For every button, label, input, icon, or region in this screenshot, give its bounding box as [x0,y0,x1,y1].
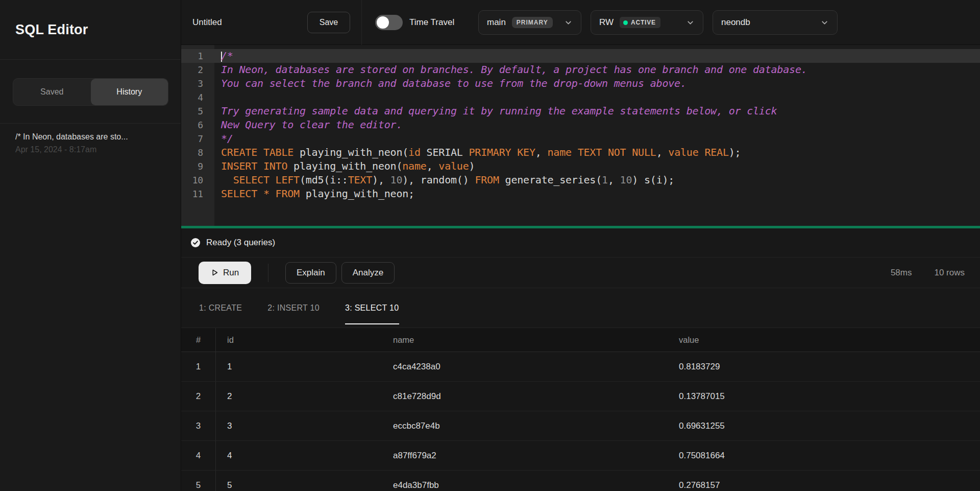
code-line[interactable]: 10 SELECT LEFT(md5(i::TEXT), 10), random… [181,173,980,187]
table-cell: 0.75081664 [668,451,980,461]
branch-primary-badge: PRIMARY [512,17,553,28]
line-number: 10 [181,173,214,187]
code-line[interactable]: 11SELECT * FROM playing_with_neon; [181,187,980,201]
branch-name: main [487,17,506,28]
code-token: value [668,146,698,158]
code-line[interactable]: 3You can select the branch and database … [181,77,980,90]
code-line[interactable]: 7*/ [181,132,980,146]
history-item-timestamp: Apr 15, 2024 - 8:17am [15,145,165,154]
sidebar-header: SQL Editor [0,0,181,60]
query-metrics: 58ms 10 rows [891,268,965,278]
history-item-title: /* In Neon, databases are sto... [15,132,165,142]
code-line[interactable]: 1/* [181,49,980,63]
code-token: REAL [704,146,728,158]
chevron-down-icon [686,18,695,27]
table-cell: 0.8183729 [668,362,980,372]
run-button[interactable]: Run [199,262,251,284]
code-line[interactable]: 9INSERT INTO playing_with_neon(name, val… [181,159,980,173]
table-cell: c4ca4238a0 [382,362,668,372]
code-token: ); [729,146,741,158]
sql-editor-app: SQL Editor SavedHistory /* In Neon, data… [0,0,980,491]
database-name: neondb [721,17,750,28]
topbar: Untitled Save Time Travel main PRIMARY R… [181,0,980,45]
main-panel: Untitled Save Time Travel main PRIMARY R… [181,0,980,491]
code-line[interactable]: 2In Neon, databases are stored on branch… [181,63,980,77]
history-list: /* In Neon, databases are sto...Apr 15, … [0,124,181,154]
code-token [270,188,276,200]
code-token: CREATE TABLE [221,146,293,158]
table-row[interactable]: 55e4da3b7fbb0.2768157 [181,471,980,491]
code-token: TEXT [578,146,602,158]
result-tab-3-select-10[interactable]: 3: SELECT 10 [345,288,399,328]
code-token: FROM [475,174,499,186]
sql-code-editor[interactable]: 1/*2In Neon, databases are stored on bra… [181,45,980,226]
table-cell: e4da3b7fbb [382,480,668,490]
table-cell: 0.69631255 [668,421,980,431]
table-row[interactable]: 22c81e728d9d0.13787015 [181,382,980,411]
code-token: playing_with_neon( [287,160,402,172]
code-line[interactable]: 6New Query to clear the editor. [181,118,980,132]
code-line-text: SELECT * FROM playing_with_neon; [214,187,414,201]
compute-dropdown[interactable]: RW ACTIVE [591,10,703,35]
code-line-text: */ [214,132,233,146]
code-token: 10 [390,174,403,186]
code-token [602,146,608,158]
code-token [699,146,705,158]
query-name: Untitled [192,0,222,45]
code-token: INSERT INTO [221,160,287,172]
table-row[interactable]: 33eccbc87e4b0.69631255 [181,411,980,441]
explain-button[interactable]: Explain [285,262,336,284]
table-row[interactable]: 11c4ca4238a00.8183729 [181,352,980,382]
table-cell: 0.13787015 [668,391,980,402]
ready-check-icon [190,238,201,248]
line-number: 4 [181,90,214,104]
line-number: 1 [181,49,214,63]
analyze-button[interactable]: Analyze [341,262,395,284]
code-token: name [547,146,571,158]
result-tab-2-insert-10[interactable]: 2: INSERT 10 [267,288,320,328]
active-status-dot-icon [623,20,628,25]
table-cell: 2 [216,391,382,402]
save-button[interactable]: Save [307,12,350,33]
branch-dropdown[interactable]: main PRIMARY [478,10,581,35]
row-number-cell: 1 [181,352,216,381]
table-cell: 5 [216,480,382,490]
code-token: name [402,160,426,172]
results-table: #idnamevalue11c4ca4238a00.818372922c81e7… [181,328,980,491]
code-token: , [535,146,548,158]
code-token: SERIAL [421,146,469,158]
line-number: 9 [181,159,214,173]
topbar-divider [361,0,362,45]
time-travel-toggle[interactable] [375,15,403,30]
code-line[interactable]: 8CREATE TABLE playing_with_neon(id SERIA… [181,146,980,159]
code-token: playing_with_neon( [293,146,408,158]
code-token: ) [469,160,475,172]
table-row[interactable]: 44a87ff679a20.75081664 [181,441,980,471]
code-line[interactable]: 5Try generating sample data and querying… [181,104,980,118]
line-number: 2 [181,63,214,77]
actions-divider [268,264,268,282]
table-cell: 3 [216,421,382,431]
query-duration: 58ms [891,268,912,278]
row-number-cell: 3 [181,411,216,440]
sidebar-tab-history[interactable]: History [91,79,168,105]
code-token: 10 [620,174,632,186]
code-token: generate_series( [499,174,602,186]
result-tab-1-create[interactable]: 1: CREATE [199,288,242,328]
code-token: NOT NULL [608,146,656,158]
table-cell: c81e728d9d [382,391,668,402]
code-line-text [214,90,221,104]
database-dropdown[interactable]: neondb [713,10,838,35]
code-token: , [608,174,620,186]
code-token: New Query to clear the editor. [221,119,402,131]
compute-name: RW [599,17,614,28]
sidebar-tab-saved[interactable]: Saved [13,79,91,105]
play-icon [211,269,218,276]
code-line[interactable]: 4 [181,90,980,104]
history-list-item[interactable]: /* In Neon, databases are sto...Apr 15, … [0,124,181,154]
code-token: PRIMARY KEY [469,146,535,158]
line-number: 8 [181,146,214,159]
table-cell: 0.2768157 [668,480,980,490]
code-token: */ [221,132,233,145]
column-header-row-number: # [181,328,216,352]
